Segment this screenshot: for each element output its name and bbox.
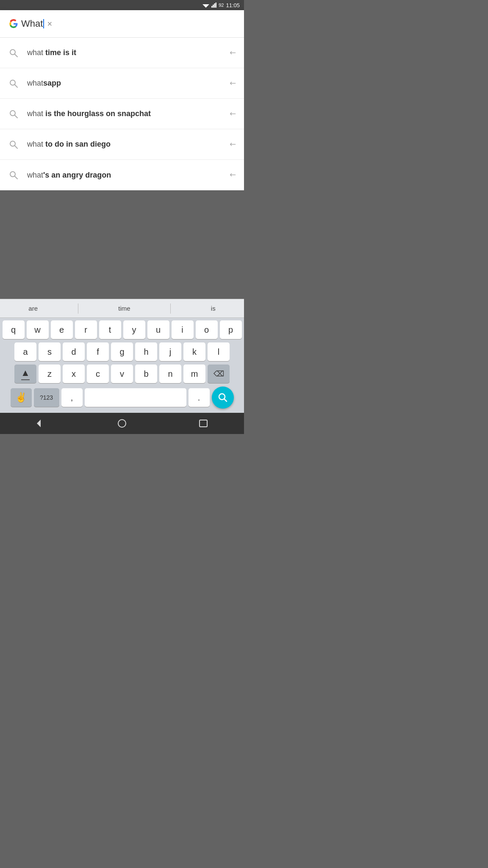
keyboard-area: are time is q w e r t y u i o p a s d f …: [0, 299, 244, 413]
suggestion-arrow-1: ↗: [225, 75, 241, 91]
key-p[interactable]: p: [220, 320, 242, 339]
svg-marker-1: [204, 6, 208, 8]
svg-rect-3: [213, 5, 214, 8]
keyboard-rows: q w e r t y u i o p a s d f g h j k l: [0, 318, 244, 413]
key-m[interactable]: m: [183, 364, 205, 383]
search-input-row[interactable]: What ×: [0, 10, 244, 38]
clear-button[interactable]: ×: [44, 18, 55, 29]
home-button[interactable]: [114, 415, 130, 432]
svg-point-8: [10, 80, 15, 85]
search-fab-button[interactable]: [212, 387, 234, 409]
period-key[interactable]: .: [189, 388, 210, 407]
key-t[interactable]: t: [99, 320, 121, 339]
suggestion-arrow-0: ↗: [225, 45, 241, 61]
svg-line-15: [15, 176, 17, 179]
comma-key[interactable]: ,: [61, 388, 83, 407]
key-g[interactable]: g: [111, 342, 133, 361]
key-o[interactable]: o: [196, 320, 218, 339]
suggestion-arrow-3: ↗: [225, 136, 241, 152]
key-c[interactable]: c: [87, 364, 109, 383]
key-z[interactable]: z: [39, 364, 61, 383]
signal-icon: [211, 3, 216, 8]
suggestion-text-1: whatsapp: [27, 79, 227, 88]
key-row-2: a s d f g h j k l: [2, 342, 242, 361]
word-divider-1: [78, 303, 78, 314]
svg-line-9: [15, 85, 17, 87]
suggestions-list: what time is it ↗ whatsapp ↗: [0, 38, 244, 190]
key-row-1: q w e r t y u i o p: [2, 320, 242, 339]
svg-point-14: [10, 172, 15, 177]
status-time: 11:05: [226, 2, 240, 8]
svg-rect-20: [200, 420, 207, 427]
search-text-display[interactable]: What: [21, 18, 44, 29]
word-divider-2: [170, 303, 171, 314]
svg-point-10: [10, 111, 15, 116]
key-s[interactable]: s: [39, 342, 61, 361]
suggestion-search-icon-2: [6, 106, 21, 122]
suggestion-search-icon-1: [6, 76, 21, 91]
navigation-bar: [0, 413, 244, 434]
key-e[interactable]: e: [51, 320, 73, 339]
key-a[interactable]: a: [14, 342, 36, 361]
suggestion-item-3[interactable]: what to do in san diego ↗: [0, 129, 244, 160]
back-button[interactable]: [32, 415, 49, 432]
suggestion-search-icon-4: [6, 167, 21, 183]
key-q[interactable]: q: [3, 320, 25, 339]
suggestion-arrow-4: ↗: [225, 167, 241, 183]
search-query-text: What: [21, 18, 43, 29]
backspace-key[interactable]: ⌫: [208, 364, 230, 383]
num-key[interactable]: ?123: [34, 388, 59, 407]
svg-line-11: [15, 115, 17, 118]
recents-button[interactable]: [195, 415, 212, 432]
key-y[interactable]: y: [123, 320, 145, 339]
svg-point-6: [10, 50, 15, 55]
suggestion-item-2[interactable]: what is the hourglass on snapchat ↗: [0, 99, 244, 129]
key-l[interactable]: l: [208, 342, 230, 361]
svg-rect-2: [211, 6, 213, 8]
key-i[interactable]: i: [172, 320, 194, 339]
suggestion-item-4[interactable]: what's an angry dragon ↗: [0, 160, 244, 190]
emoji-key[interactable]: ✌: [11, 388, 32, 407]
wifi-icon: [202, 3, 209, 8]
key-w[interactable]: w: [27, 320, 49, 339]
key-row-bottom: ✌ ?123 , .: [2, 387, 242, 411]
svg-rect-5: [216, 3, 216, 8]
status-bar: 92 11:05: [0, 0, 244, 10]
svg-line-7: [15, 54, 17, 57]
key-v[interactable]: v: [111, 364, 133, 383]
word-suggestion-are[interactable]: are: [20, 302, 46, 314]
key-h[interactable]: h: [135, 342, 157, 361]
key-r[interactable]: r: [75, 320, 97, 339]
google-logo: [6, 16, 21, 31]
key-n[interactable]: n: [159, 364, 181, 383]
battery-level: 92: [219, 3, 224, 8]
suggestion-item-1[interactable]: whatsapp ↗: [0, 68, 244, 99]
word-suggestions-row: are time is: [0, 299, 244, 318]
dark-background: [0, 190, 244, 256]
search-container: What × what time is it ↗: [0, 10, 244, 190]
suggestion-search-icon-3: [6, 137, 21, 152]
svg-point-12: [10, 141, 15, 146]
suggestion-text-4: what's an angry dragon: [27, 171, 227, 180]
suggestion-search-icon-0: [6, 45, 21, 61]
key-b[interactable]: b: [135, 364, 157, 383]
key-d[interactable]: d: [63, 342, 85, 361]
svg-point-19: [118, 420, 126, 427]
suggestion-text-2: what is the hourglass on snapchat: [27, 109, 227, 118]
status-icons: 92 11:05: [202, 2, 240, 8]
shift-key[interactable]: ▲: [14, 364, 36, 383]
suggestion-arrow-2: ↗: [225, 106, 241, 122]
word-suggestion-time[interactable]: time: [110, 302, 139, 314]
space-key[interactable]: [85, 388, 186, 407]
word-suggestion-is[interactable]: is: [202, 302, 224, 314]
suggestion-text-0: what time is it: [27, 48, 227, 57]
key-k[interactable]: k: [183, 342, 205, 361]
key-u[interactable]: u: [147, 320, 169, 339]
key-f[interactable]: f: [87, 342, 109, 361]
key-j[interactable]: j: [159, 342, 181, 361]
svg-line-13: [15, 146, 17, 148]
svg-line-17: [224, 399, 227, 401]
suggestion-item-0[interactable]: what time is it ↗: [0, 38, 244, 68]
key-row-3: ▲ z x c v b n m ⌫: [2, 364, 242, 383]
key-x[interactable]: x: [63, 364, 85, 383]
